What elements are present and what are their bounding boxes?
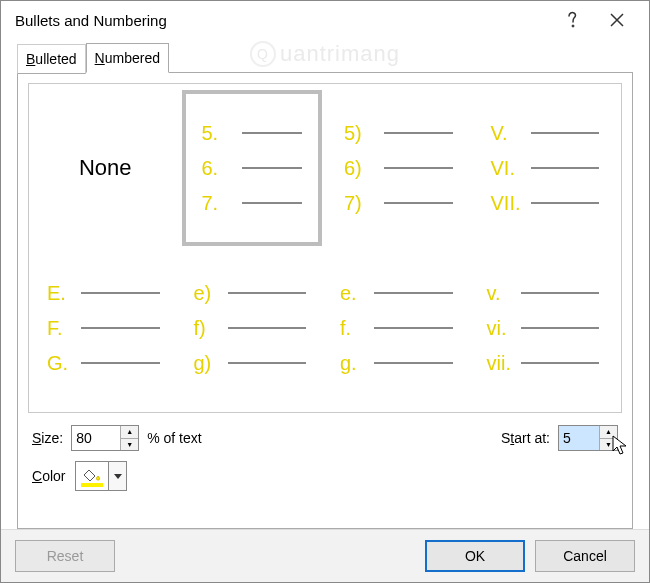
sample-line bbox=[242, 202, 303, 204]
sample-line bbox=[242, 132, 303, 134]
style-none-label: None bbox=[79, 155, 132, 181]
color-picker-button[interactable] bbox=[75, 461, 127, 491]
color-row: Color bbox=[28, 455, 622, 501]
sample-line bbox=[521, 362, 600, 364]
paint-bucket-icon bbox=[76, 466, 108, 487]
marker: VI. bbox=[491, 157, 525, 180]
size-label: Size: bbox=[32, 430, 63, 446]
marker: 7) bbox=[344, 192, 378, 215]
sample-line bbox=[228, 292, 307, 294]
sample-line bbox=[374, 327, 453, 329]
tab-numbered[interactable]: Numbered bbox=[86, 43, 169, 73]
content-area: Bulleted Numbered None 5. 6. 7. 5) 6) 7) bbox=[1, 39, 649, 529]
help-button[interactable] bbox=[551, 2, 595, 38]
marker: vii. bbox=[487, 352, 515, 375]
marker: 5. bbox=[202, 122, 236, 145]
sample-line bbox=[384, 167, 453, 169]
marker: F. bbox=[47, 317, 75, 340]
color-dropdown-arrow[interactable] bbox=[108, 462, 126, 490]
style-alpha-lower-dot[interactable]: e. f. g. bbox=[328, 250, 469, 406]
marker: 6) bbox=[344, 157, 378, 180]
sample-line bbox=[81, 327, 160, 329]
sample-line bbox=[384, 202, 453, 204]
marker: G. bbox=[47, 352, 75, 375]
dialog-footer: Reset OK Cancel bbox=[1, 529, 649, 582]
size-up[interactable]: ▲ bbox=[121, 426, 138, 439]
cancel-button[interactable]: Cancel bbox=[535, 540, 635, 572]
sample-line bbox=[531, 132, 600, 134]
style-arabic-dot[interactable]: 5. 6. 7. bbox=[182, 90, 323, 246]
sample-line bbox=[81, 292, 160, 294]
sample-line bbox=[521, 327, 600, 329]
start-at-arrows: ▲ ▼ bbox=[599, 426, 617, 450]
start-at-spinner[interactable]: ▲ ▼ bbox=[558, 425, 618, 451]
marker: VII. bbox=[491, 192, 525, 215]
sample-line bbox=[384, 132, 453, 134]
style-alpha-lower-paren[interactable]: e) f) g) bbox=[182, 250, 323, 406]
sample-line bbox=[531, 202, 600, 204]
size-suffix: % of text bbox=[147, 430, 201, 446]
style-arabic-paren[interactable]: 5) 6) 7) bbox=[328, 90, 469, 246]
titlebar: Bullets and Numbering bbox=[1, 1, 649, 39]
color-label: Color bbox=[32, 468, 65, 484]
tabs: Bulleted Numbered bbox=[17, 43, 633, 73]
size-spinner-arrows: ▲ ▼ bbox=[120, 426, 138, 450]
sample-line bbox=[374, 292, 453, 294]
marker: 7. bbox=[202, 192, 236, 215]
color-swatch bbox=[81, 483, 103, 487]
marker: E. bbox=[47, 282, 75, 305]
style-roman-lower-dot[interactable]: v. vi. vii. bbox=[475, 250, 616, 406]
style-none[interactable]: None bbox=[35, 90, 176, 246]
marker: g) bbox=[194, 352, 222, 375]
marker: f) bbox=[194, 317, 222, 340]
marker: g. bbox=[340, 352, 368, 375]
marker: e. bbox=[340, 282, 368, 305]
marker: 6. bbox=[202, 157, 236, 180]
sample-line bbox=[531, 167, 600, 169]
close-button[interactable] bbox=[595, 2, 639, 38]
reset-button[interactable]: Reset bbox=[15, 540, 115, 572]
size-input[interactable] bbox=[72, 426, 120, 450]
marker: f. bbox=[340, 317, 368, 340]
start-at-label: Start at: bbox=[501, 430, 550, 446]
sample-line bbox=[242, 167, 303, 169]
marker: vi. bbox=[487, 317, 515, 340]
tab-bulleted[interactable]: Bulleted bbox=[17, 44, 86, 74]
svg-point-0 bbox=[572, 25, 574, 27]
marker: 5) bbox=[344, 122, 378, 145]
ok-button[interactable]: OK bbox=[425, 540, 525, 572]
marker: e) bbox=[194, 282, 222, 305]
numbering-style-grid: None 5. 6. 7. 5) 6) 7) V. VI. VII. bbox=[28, 83, 622, 413]
start-at-up[interactable]: ▲ bbox=[600, 426, 617, 439]
marker: v. bbox=[487, 282, 515, 305]
marker: V. bbox=[491, 122, 525, 145]
style-roman-upper-dot[interactable]: V. VI. VII. bbox=[475, 90, 616, 246]
size-down[interactable]: ▼ bbox=[121, 439, 138, 451]
start-at-input[interactable] bbox=[559, 426, 599, 450]
dialog-title: Bullets and Numbering bbox=[15, 12, 551, 29]
sample-line bbox=[81, 362, 160, 364]
style-alpha-upper-dot[interactable]: E. F. G. bbox=[35, 250, 176, 406]
sample-line bbox=[521, 292, 600, 294]
sample-line bbox=[228, 327, 307, 329]
size-spinner[interactable]: ▲ ▼ bbox=[71, 425, 139, 451]
sample-line bbox=[374, 362, 453, 364]
bullets-numbering-dialog: Bullets and Numbering Quantrimang Bullet… bbox=[0, 0, 650, 583]
tab-panel-numbered: None 5. 6. 7. 5) 6) 7) V. VI. VII. bbox=[17, 72, 633, 529]
start-at-down[interactable]: ▼ bbox=[600, 439, 617, 451]
sample-line bbox=[228, 362, 307, 364]
controls-row: Size: ▲ ▼ % of text Start at: ▲ bbox=[28, 413, 622, 455]
